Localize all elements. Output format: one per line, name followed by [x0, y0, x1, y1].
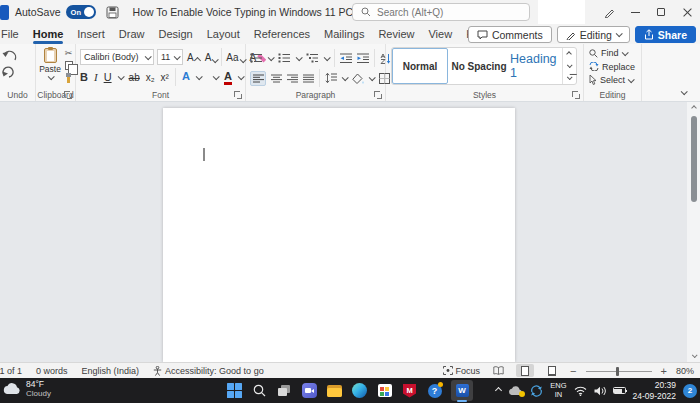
select-button[interactable]: Select: [589, 75, 641, 85]
minimize-button[interactable]: [622, 0, 648, 24]
shrink-font-button[interactable]: A: [204, 52, 219, 63]
redo-button[interactable]: [2, 66, 35, 78]
tray-chevron-up-icon[interactable]: [495, 387, 502, 394]
weather-widget[interactable]: 84°F Cloudy: [3, 379, 51, 398]
font-color-button[interactable]: A: [224, 70, 232, 85]
chevron-down-icon[interactable]: [238, 73, 245, 80]
notification-badge[interactable]: 2: [683, 384, 697, 398]
align-center-button[interactable]: [271, 74, 282, 83]
font-family-select[interactable]: Calibri (Body): [80, 49, 154, 65]
account-area[interactable]: [538, 0, 585, 24]
store-button[interactable]: [376, 382, 393, 399]
style-heading-1[interactable]: Heading 1: [510, 48, 562, 84]
vertical-scrollbar[interactable]: [687, 102, 700, 362]
style-normal[interactable]: Normal: [392, 48, 448, 84]
clipboard-dialog-launcher[interactable]: [64, 91, 72, 99]
numbering-button[interactable]: [278, 53, 291, 63]
tab-design[interactable]: Design: [151, 25, 199, 44]
document-page[interactable]: [163, 108, 515, 362]
bold-button[interactable]: B: [80, 71, 88, 83]
close-button[interactable]: [674, 0, 700, 24]
bullets-button[interactable]: [250, 53, 263, 63]
font-size-select[interactable]: 11: [157, 49, 183, 65]
cut-button[interactable]: ✂: [65, 48, 73, 58]
increase-indent-button[interactable]: [357, 53, 369, 63]
decrease-indent-button[interactable]: [340, 53, 352, 63]
save-icon[interactable]: [106, 6, 119, 19]
tab-references[interactable]: References: [247, 25, 317, 44]
line-spacing-button[interactable]: [325, 73, 337, 83]
start-button[interactable]: [226, 382, 243, 399]
tab-insert[interactable]: Insert: [70, 25, 112, 44]
chevron-down-icon[interactable]: [324, 54, 331, 61]
task-view-button[interactable]: [276, 382, 293, 399]
copy-button[interactable]: [65, 61, 73, 70]
tab-review[interactable]: Review: [371, 25, 421, 44]
accessibility-status[interactable]: Accessibility: Good to go: [153, 366, 264, 376]
paste-button[interactable]: Paste: [39, 48, 61, 88]
italic-button[interactable]: I: [94, 71, 98, 83]
get-help-button[interactable]: ?: [426, 382, 443, 399]
mcafee-button[interactable]: M: [401, 382, 418, 399]
teams-chat-button[interactable]: [301, 382, 318, 399]
change-case-button[interactable]: Aa: [225, 52, 245, 63]
styles-scroll-down[interactable]: [563, 60, 575, 72]
styles-dialog-launcher[interactable]: [572, 91, 580, 99]
focus-mode-button[interactable]: Focus: [443, 366, 481, 376]
align-left-button[interactable]: [250, 71, 266, 86]
chevron-down-icon[interactable]: [213, 73, 220, 80]
edge-button[interactable]: [351, 382, 368, 399]
chevron-down-icon[interactable]: [196, 73, 203, 80]
justify-button[interactable]: [303, 74, 314, 83]
styles-more-button[interactable]: [563, 72, 575, 84]
undo-button[interactable]: [2, 49, 35, 61]
align-right-button[interactable]: [287, 74, 298, 83]
tab-file[interactable]: File: [0, 25, 26, 44]
multilevel-list-button[interactable]: [306, 53, 319, 63]
find-button[interactable]: Find: [589, 48, 641, 58]
wifi-icon[interactable]: [574, 386, 587, 396]
battery-icon[interactable]: [613, 387, 626, 394]
share-button[interactable]: Share: [635, 26, 696, 43]
search-input[interactable]: Search (Alt+Q): [352, 3, 530, 21]
chevron-down-icon[interactable]: [342, 74, 349, 81]
onedrive-tray-icon[interactable]: [508, 386, 523, 396]
superscript-button[interactable]: x²: [161, 72, 169, 83]
word-taskbar-button[interactable]: W: [451, 382, 473, 399]
sync-tray-icon[interactable]: [530, 385, 543, 397]
comments-button[interactable]: Comments: [468, 26, 552, 43]
web-layout-button[interactable]: [543, 364, 561, 377]
scroll-down-button[interactable]: [692, 350, 696, 362]
styles-scroll-up[interactable]: [563, 48, 575, 60]
chevron-down-icon[interactable]: [369, 74, 376, 81]
tab-layout[interactable]: Layout: [200, 25, 247, 44]
style-no-spacing[interactable]: No Spacing: [448, 48, 510, 84]
font-dialog-launcher[interactable]: [234, 91, 242, 99]
tab-draw[interactable]: Draw: [112, 25, 152, 44]
autosave-toggle[interactable]: On: [66, 5, 96, 19]
restore-button[interactable]: [648, 0, 674, 24]
zoom-slider[interactable]: [586, 366, 652, 376]
volume-icon[interactable]: [594, 386, 606, 396]
grow-font-button[interactable]: A: [186, 52, 201, 63]
editing-mode-button[interactable]: Editing: [557, 26, 630, 43]
chevron-down-icon[interactable]: [268, 54, 275, 61]
shading-button[interactable]: [352, 73, 364, 84]
zoom-level[interactable]: 80%: [676, 366, 694, 376]
scrollbar-thumb[interactable]: [691, 116, 697, 202]
scroll-up-button[interactable]: [692, 102, 696, 114]
format-painter-button[interactable]: [64, 73, 73, 83]
subscript-button[interactable]: x₂: [146, 72, 155, 83]
replace-button[interactable]: Replace: [589, 62, 641, 72]
tab-home[interactable]: Home: [26, 25, 71, 44]
tab-mailings[interactable]: Mailings: [317, 25, 371, 44]
taskbar-search-button[interactable]: [251, 382, 268, 399]
chevron-down-icon[interactable]: [117, 73, 124, 80]
zoom-in-button[interactable]: +: [661, 365, 667, 377]
zoom-out-button[interactable]: −: [570, 365, 576, 377]
chevron-down-icon[interactable]: [296, 54, 303, 61]
strikethrough-button[interactable]: ab: [129, 72, 140, 83]
read-mode-button[interactable]: [489, 364, 507, 377]
word-count[interactable]: 0 words: [36, 366, 68, 376]
zoom-slider-thumb[interactable]: [616, 367, 620, 376]
